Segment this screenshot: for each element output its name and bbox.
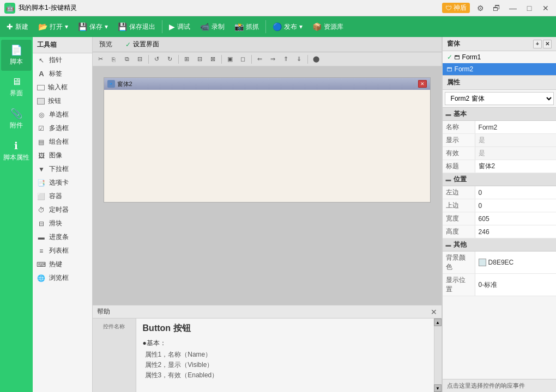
design-move-up-btn[interactable]: ⇑: [280, 53, 292, 65]
design-dot-btn[interactable]: ⬤: [310, 53, 322, 65]
design-delete-btn[interactable]: ⊟: [134, 53, 146, 65]
prop-top-value[interactable]: 0: [475, 199, 556, 212]
tool-radio[interactable]: ◎ 单选框: [33, 108, 92, 121]
prop-scroll-area: ▬ 基本 名称 Form2 显示 是 有效 是: [443, 108, 556, 379]
scrollbar-down-btn[interactable]: ▼: [434, 384, 442, 392]
design-cut-btn[interactable]: ✂: [95, 53, 107, 65]
tool-combobox[interactable]: ▤ 组合框: [33, 135, 92, 149]
tool-input[interactable]: 输入框: [33, 81, 92, 94]
prop-left-value[interactable]: 0: [475, 186, 556, 199]
tab-attach[interactable]: 📎 附件: [1, 103, 32, 134]
prop-row-showpos: 显示位置 0-标准: [443, 274, 556, 296]
tool-dropdown[interactable]: ▼ 下拉框: [33, 162, 92, 176]
maximize-button[interactable]: □: [523, 2, 535, 14]
bgcolor-swatch: [479, 259, 486, 266]
browser-icon: 🌐: [37, 274, 46, 283]
radio-label: 单选框: [49, 110, 69, 119]
tool-container[interactable]: ⬜ 容器: [33, 189, 92, 203]
open-button[interactable]: 📂 打开 ▾: [34, 21, 72, 33]
radio-icon: ◎: [37, 111, 46, 119]
prop-name-value[interactable]: Form2: [475, 121, 556, 133]
design-move-down-btn[interactable]: ⇓: [293, 53, 305, 65]
save-dropdown-icon: ▾: [105, 23, 108, 30]
tool-listview[interactable]: ≡ 列表框: [33, 244, 92, 258]
prop-width-value[interactable]: 605: [475, 212, 556, 225]
publish-button[interactable]: 🔵 发布 ▾: [268, 21, 307, 33]
design-paste-btn[interactable]: ⧉: [121, 53, 133, 65]
button-icon: [37, 98, 45, 105]
design-align-top-btn[interactable]: ⊠: [207, 53, 219, 65]
help-close-btn[interactable]: ✕: [431, 308, 437, 316]
prop-title-value[interactable]: 窗体2: [475, 160, 556, 173]
design-move-left-btn[interactable]: ⇐: [254, 53, 266, 65]
debug-button[interactable]: ▶ 调试: [165, 21, 195, 33]
tab-script-props[interactable]: ℹ 脚本属性: [1, 136, 32, 167]
settings-button[interactable]: ⚙: [474, 2, 486, 14]
tab-preview[interactable]: 预览: [95, 39, 117, 50]
new-button[interactable]: ✚ 新建: [2, 21, 33, 33]
window-item-form1[interactable]: ✓ 🗔 Form1: [443, 51, 556, 63]
prop-row-visible: 显示 是: [443, 134, 556, 147]
design-snap-btn[interactable]: ◻: [237, 53, 249, 65]
tool-timer[interactable]: ⏱ 定时器: [33, 203, 92, 217]
properties-section: 属性 Form2 窗体 ▬ 基本 名称 Form2: [443, 76, 556, 392]
button-label: 按钮: [48, 96, 61, 106]
minimize-button[interactable]: —: [507, 2, 519, 14]
scrollbar-up-btn[interactable]: ▲: [434, 318, 442, 326]
help-scrollbar[interactable]: ▲ ▼: [434, 318, 442, 392]
canvas-area[interactable]: 🔹 窗体2 ✕: [93, 66, 442, 305]
tool-checkbox[interactable]: ☑ 多选框: [33, 121, 92, 135]
prop-group-position[interactable]: ▬ 位置: [443, 173, 556, 186]
prop-group-other[interactable]: ▬ 其他: [443, 238, 556, 252]
properties-selector[interactable]: Form2 窗体: [445, 92, 554, 105]
timer-label: 定时器: [49, 205, 69, 215]
bottom-status[interactable]: 点击这里选择控件的响应事件: [443, 379, 556, 392]
slider-label: 滑块: [49, 219, 62, 228]
form-titlebar: 🔹 窗体2 ✕: [104, 78, 430, 90]
window-item-form2[interactable]: 🗔 Form2: [443, 63, 556, 75]
tool-hotkey[interactable]: ⌨ 热键: [33, 258, 92, 271]
form-title-text: 窗体2: [117, 80, 416, 88]
prop-showpos-value[interactable]: 0-标准: [475, 274, 556, 296]
tool-progress[interactable]: ▬ 进度条: [33, 230, 92, 244]
design-redo-btn[interactable]: ↻: [164, 53, 176, 65]
tool-tabcontrol[interactable]: 📑 选项卡: [33, 176, 92, 189]
prop-height-value[interactable]: 246: [475, 225, 556, 238]
windows-add-btn[interactable]: +: [533, 40, 542, 48]
tool-button[interactable]: 按钮: [33, 94, 92, 108]
record-button[interactable]: 📹 录制: [196, 21, 229, 33]
properties-section-header: 属性: [443, 76, 556, 90]
tab-script[interactable]: 📄 脚本: [1, 40, 32, 71]
tool-label[interactable]: A 标签: [33, 67, 92, 81]
save-button[interactable]: 💾 保存 ▾: [74, 21, 112, 33]
form-body[interactable]: [104, 90, 430, 202]
listview-label: 列表框: [49, 246, 69, 255]
design-grid-btn[interactable]: ▣: [224, 53, 236, 65]
close-button[interactable]: ✕: [540, 2, 552, 14]
tool-slider[interactable]: ⊟ 滑块: [33, 217, 92, 230]
tool-image[interactable]: 🖼 图像: [33, 149, 92, 162]
prop-group-basic[interactable]: ▬ 基本: [443, 108, 556, 121]
help-header-title: 帮助: [97, 307, 110, 316]
tab-scene[interactable]: 🖥 界面: [1, 72, 32, 102]
resource-button[interactable]: 📦 资源库: [308, 21, 348, 33]
tab-design[interactable]: ✓ 设置界面: [121, 39, 164, 50]
design-align-right-btn[interactable]: ⊟: [194, 53, 206, 65]
design-copy-btn[interactable]: ⎘: [108, 53, 120, 65]
design-align-left-btn[interactable]: ⊞: [181, 53, 193, 65]
prop-row-height: 高度 246: [443, 225, 556, 238]
prop-row-bgcolor: 背景颜色 D8E9EC: [443, 252, 556, 274]
form-close-btn[interactable]: ✕: [418, 80, 427, 88]
center-panel: 预览 ✓ 设置界面 ✂ ⎘ ⧉ ⊟ ↺ ↻ ⊞ ⊟ ⊠ ▣ ◻ ⇐ ⇒: [93, 37, 442, 392]
save-exit-button[interactable]: 💾 保存退出: [113, 21, 160, 33]
capture-button[interactable]: 📸 抓抓: [230, 21, 263, 33]
tool-pointer[interactable]: ↖ 指针: [33, 53, 92, 67]
design-undo-btn[interactable]: ↺: [151, 53, 163, 65]
prop-visible-value: 是: [475, 134, 556, 146]
windows-remove-btn[interactable]: ✕: [543, 40, 552, 48]
tool-browser[interactable]: 🌐 浏览框: [33, 271, 92, 285]
restore-button[interactable]: 🗗: [491, 2, 503, 14]
form-window[interactable]: 🔹 窗体2 ✕: [104, 77, 431, 203]
design-move-right-btn[interactable]: ⇒: [267, 53, 279, 65]
prop-bgcolor-value[interactable]: D8E9EC: [475, 252, 556, 273]
